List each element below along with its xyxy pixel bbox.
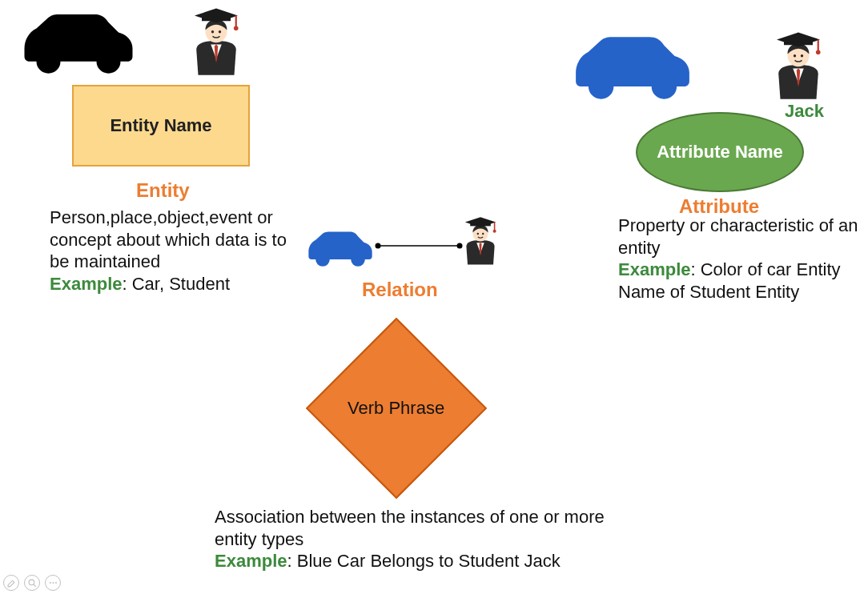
student-icon	[180, 5, 252, 77]
entity-box-label: Entity Name	[110, 115, 211, 136]
relation-line	[375, 242, 463, 250]
student-icon-small	[455, 215, 506, 266]
relation-heading: Relation	[362, 279, 438, 301]
svg-point-14	[50, 582, 51, 584]
svg-point-10	[376, 243, 381, 249]
car-icon-small	[303, 226, 378, 271]
svg-point-16	[55, 582, 57, 584]
attribute-example-label: Example	[618, 259, 691, 279]
entity-example-text: : Car, Student	[123, 274, 231, 294]
svg-point-12	[29, 580, 34, 585]
entity-description: Person,place,object,event or concept abo…	[50, 207, 290, 295]
svg-point-15	[52, 582, 54, 584]
car-icon-blue	[565, 30, 700, 102]
entity-example-label: Example	[50, 274, 123, 294]
attribute-desc-text: Property or characteristic of an entity	[618, 215, 858, 258]
student-icon-attribute	[762, 29, 834, 101]
attribute-ellipse-label: Attribute Name	[657, 142, 783, 162]
more-icon[interactable]	[45, 575, 61, 591]
relation-description: Association between the instances of one…	[215, 506, 615, 572]
presentation-controls	[3, 575, 61, 591]
relation-diamond-label: Verb Phrase	[348, 399, 444, 418]
car-icon	[14, 8, 143, 77]
entity-desc-text: Person,place,object,event or concept abo…	[50, 207, 287, 271]
attribute-ellipse: Attribute Name	[636, 112, 804, 192]
jack-label: Jack	[785, 101, 824, 122]
entity-name-box: Entity Name	[72, 85, 250, 167]
attribute-description: Property or characteristic of an entity …	[618, 215, 858, 303]
magnifier-icon[interactable]	[24, 575, 40, 591]
pen-icon[interactable]	[3, 575, 19, 591]
relation-example-text: : Blue Car Belongs to Student Jack	[287, 551, 561, 571]
relation-diamond: Verb Phrase	[304, 316, 488, 500]
relation-desc-text: Association between the instances of one…	[215, 507, 605, 549]
entity-heading: Entity	[136, 179, 190, 202]
svg-line-13	[34, 584, 36, 587]
relation-example-label: Example	[215, 551, 287, 571]
